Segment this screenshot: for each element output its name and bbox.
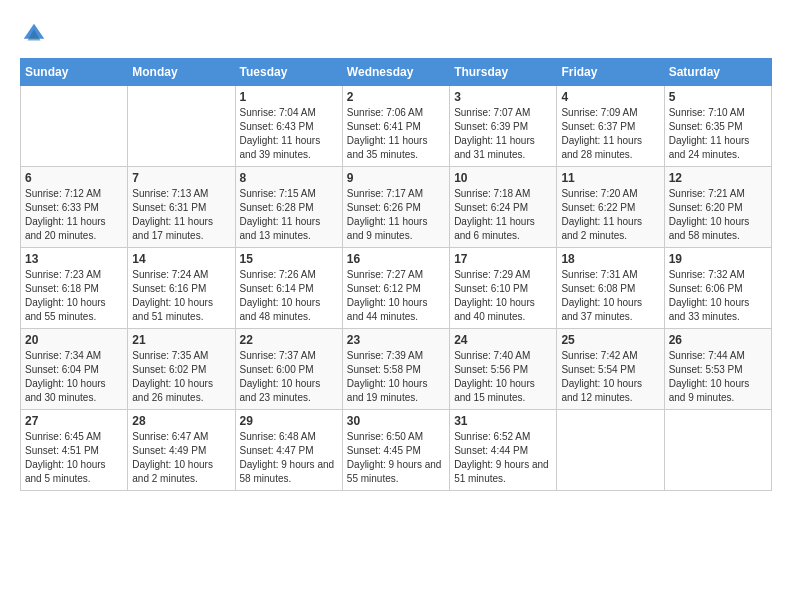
day-info: Sunrise: 7:29 AM Sunset: 6:10 PM Dayligh… <box>454 268 552 324</box>
day-info: Sunrise: 7:15 AM Sunset: 6:28 PM Dayligh… <box>240 187 338 243</box>
day-info: Sunrise: 7:40 AM Sunset: 5:56 PM Dayligh… <box>454 349 552 405</box>
header-thursday: Thursday <box>450 59 557 86</box>
day-cell: 5Sunrise: 7:10 AM Sunset: 6:35 PM Daylig… <box>664 86 771 167</box>
day-info: Sunrise: 7:26 AM Sunset: 6:14 PM Dayligh… <box>240 268 338 324</box>
day-info: Sunrise: 7:32 AM Sunset: 6:06 PM Dayligh… <box>669 268 767 324</box>
day-info: Sunrise: 7:04 AM Sunset: 6:43 PM Dayligh… <box>240 106 338 162</box>
day-info: Sunrise: 7:31 AM Sunset: 6:08 PM Dayligh… <box>561 268 659 324</box>
day-cell: 15Sunrise: 7:26 AM Sunset: 6:14 PM Dayli… <box>235 248 342 329</box>
day-cell: 3Sunrise: 7:07 AM Sunset: 6:39 PM Daylig… <box>450 86 557 167</box>
day-info: Sunrise: 7:35 AM Sunset: 6:02 PM Dayligh… <box>132 349 230 405</box>
day-number: 4 <box>561 90 659 104</box>
day-number: 26 <box>669 333 767 347</box>
day-number: 30 <box>347 414 445 428</box>
day-info: Sunrise: 6:50 AM Sunset: 4:45 PM Dayligh… <box>347 430 445 486</box>
day-info: Sunrise: 7:20 AM Sunset: 6:22 PM Dayligh… <box>561 187 659 243</box>
calendar-table: SundayMondayTuesdayWednesdayThursdayFrid… <box>20 58 772 491</box>
day-number: 15 <box>240 252 338 266</box>
day-cell <box>128 86 235 167</box>
day-info: Sunrise: 7:37 AM Sunset: 6:00 PM Dayligh… <box>240 349 338 405</box>
header-wednesday: Wednesday <box>342 59 449 86</box>
day-number: 2 <box>347 90 445 104</box>
header-sunday: Sunday <box>21 59 128 86</box>
day-number: 11 <box>561 171 659 185</box>
day-cell: 24Sunrise: 7:40 AM Sunset: 5:56 PM Dayli… <box>450 329 557 410</box>
day-cell: 18Sunrise: 7:31 AM Sunset: 6:08 PM Dayli… <box>557 248 664 329</box>
day-number: 13 <box>25 252 123 266</box>
day-cell: 27Sunrise: 6:45 AM Sunset: 4:51 PM Dayli… <box>21 410 128 491</box>
day-number: 8 <box>240 171 338 185</box>
day-cell: 13Sunrise: 7:23 AM Sunset: 6:18 PM Dayli… <box>21 248 128 329</box>
header-friday: Friday <box>557 59 664 86</box>
day-number: 25 <box>561 333 659 347</box>
day-info: Sunrise: 7:34 AM Sunset: 6:04 PM Dayligh… <box>25 349 123 405</box>
day-cell: 29Sunrise: 6:48 AM Sunset: 4:47 PM Dayli… <box>235 410 342 491</box>
day-cell: 8Sunrise: 7:15 AM Sunset: 6:28 PM Daylig… <box>235 167 342 248</box>
day-cell: 11Sunrise: 7:20 AM Sunset: 6:22 PM Dayli… <box>557 167 664 248</box>
day-cell: 16Sunrise: 7:27 AM Sunset: 6:12 PM Dayli… <box>342 248 449 329</box>
day-number: 14 <box>132 252 230 266</box>
day-cell: 21Sunrise: 7:35 AM Sunset: 6:02 PM Dayli… <box>128 329 235 410</box>
day-info: Sunrise: 7:06 AM Sunset: 6:41 PM Dayligh… <box>347 106 445 162</box>
day-cell <box>557 410 664 491</box>
day-number: 7 <box>132 171 230 185</box>
day-number: 19 <box>669 252 767 266</box>
day-info: Sunrise: 7:17 AM Sunset: 6:26 PM Dayligh… <box>347 187 445 243</box>
day-cell: 31Sunrise: 6:52 AM Sunset: 4:44 PM Dayli… <box>450 410 557 491</box>
day-info: Sunrise: 7:07 AM Sunset: 6:39 PM Dayligh… <box>454 106 552 162</box>
day-cell: 30Sunrise: 6:50 AM Sunset: 4:45 PM Dayli… <box>342 410 449 491</box>
day-number: 31 <box>454 414 552 428</box>
day-cell: 28Sunrise: 6:47 AM Sunset: 4:49 PM Dayli… <box>128 410 235 491</box>
day-info: Sunrise: 7:44 AM Sunset: 5:53 PM Dayligh… <box>669 349 767 405</box>
week-row-2: 6Sunrise: 7:12 AM Sunset: 6:33 PM Daylig… <box>21 167 772 248</box>
day-cell: 22Sunrise: 7:37 AM Sunset: 6:00 PM Dayli… <box>235 329 342 410</box>
week-row-1: 1Sunrise: 7:04 AM Sunset: 6:43 PM Daylig… <box>21 86 772 167</box>
day-number: 6 <box>25 171 123 185</box>
day-cell: 19Sunrise: 7:32 AM Sunset: 6:06 PM Dayli… <box>664 248 771 329</box>
day-number: 18 <box>561 252 659 266</box>
day-info: Sunrise: 7:27 AM Sunset: 6:12 PM Dayligh… <box>347 268 445 324</box>
day-cell: 1Sunrise: 7:04 AM Sunset: 6:43 PM Daylig… <box>235 86 342 167</box>
day-info: Sunrise: 6:52 AM Sunset: 4:44 PM Dayligh… <box>454 430 552 486</box>
day-info: Sunrise: 7:18 AM Sunset: 6:24 PM Dayligh… <box>454 187 552 243</box>
day-number: 20 <box>25 333 123 347</box>
day-number: 29 <box>240 414 338 428</box>
week-row-3: 13Sunrise: 7:23 AM Sunset: 6:18 PM Dayli… <box>21 248 772 329</box>
day-number: 3 <box>454 90 552 104</box>
day-info: Sunrise: 6:47 AM Sunset: 4:49 PM Dayligh… <box>132 430 230 486</box>
header-saturday: Saturday <box>664 59 771 86</box>
day-number: 24 <box>454 333 552 347</box>
day-info: Sunrise: 7:21 AM Sunset: 6:20 PM Dayligh… <box>669 187 767 243</box>
day-cell: 14Sunrise: 7:24 AM Sunset: 6:16 PM Dayli… <box>128 248 235 329</box>
week-row-5: 27Sunrise: 6:45 AM Sunset: 4:51 PM Dayli… <box>21 410 772 491</box>
day-number: 17 <box>454 252 552 266</box>
day-number: 5 <box>669 90 767 104</box>
day-cell <box>664 410 771 491</box>
day-info: Sunrise: 7:12 AM Sunset: 6:33 PM Dayligh… <box>25 187 123 243</box>
day-number: 21 <box>132 333 230 347</box>
day-number: 16 <box>347 252 445 266</box>
day-info: Sunrise: 7:10 AM Sunset: 6:35 PM Dayligh… <box>669 106 767 162</box>
day-info: Sunrise: 7:39 AM Sunset: 5:58 PM Dayligh… <box>347 349 445 405</box>
day-number: 28 <box>132 414 230 428</box>
calendar-header-row: SundayMondayTuesdayWednesdayThursdayFrid… <box>21 59 772 86</box>
day-info: Sunrise: 7:09 AM Sunset: 6:37 PM Dayligh… <box>561 106 659 162</box>
day-number: 9 <box>347 171 445 185</box>
day-cell: 26Sunrise: 7:44 AM Sunset: 5:53 PM Dayli… <box>664 329 771 410</box>
day-cell: 20Sunrise: 7:34 AM Sunset: 6:04 PM Dayli… <box>21 329 128 410</box>
day-info: Sunrise: 7:24 AM Sunset: 6:16 PM Dayligh… <box>132 268 230 324</box>
day-number: 1 <box>240 90 338 104</box>
day-cell: 6Sunrise: 7:12 AM Sunset: 6:33 PM Daylig… <box>21 167 128 248</box>
day-cell: 2Sunrise: 7:06 AM Sunset: 6:41 PM Daylig… <box>342 86 449 167</box>
day-info: Sunrise: 7:23 AM Sunset: 6:18 PM Dayligh… <box>25 268 123 324</box>
day-cell: 10Sunrise: 7:18 AM Sunset: 6:24 PM Dayli… <box>450 167 557 248</box>
day-info: Sunrise: 6:45 AM Sunset: 4:51 PM Dayligh… <box>25 430 123 486</box>
header-monday: Monday <box>128 59 235 86</box>
week-row-4: 20Sunrise: 7:34 AM Sunset: 6:04 PM Dayli… <box>21 329 772 410</box>
day-cell: 25Sunrise: 7:42 AM Sunset: 5:54 PM Dayli… <box>557 329 664 410</box>
day-cell: 4Sunrise: 7:09 AM Sunset: 6:37 PM Daylig… <box>557 86 664 167</box>
day-number: 27 <box>25 414 123 428</box>
day-info: Sunrise: 7:13 AM Sunset: 6:31 PM Dayligh… <box>132 187 230 243</box>
page-header <box>20 20 772 48</box>
day-cell: 12Sunrise: 7:21 AM Sunset: 6:20 PM Dayli… <box>664 167 771 248</box>
